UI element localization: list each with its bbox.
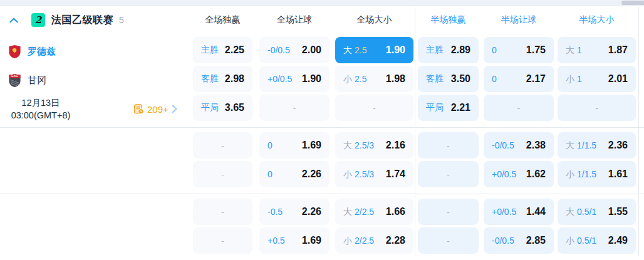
separator-line	[0, 127, 644, 128]
column-header-1: 全场独赢	[193, 14, 252, 26]
odds-cell[interactable]: 小2.5/31.74	[335, 161, 413, 187]
empty-dash: -	[293, 103, 296, 113]
odds-body: 罗德兹 EAG 甘冈 12月13日 03:00(GMT+8)	[0, 34, 644, 254]
empty-dash: -	[221, 207, 224, 217]
odds-cell[interactable]: 大2.5/32.16	[335, 132, 413, 159]
odds-value: 2.00	[302, 44, 321, 56]
odds-cell[interactable]: 小1/1.51.61	[558, 161, 636, 187]
more-markets-button[interactable]: 209+	[133, 95, 177, 123]
odds-value: 1.90	[386, 44, 405, 56]
odds-cell[interactable]: 主胜2.25	[193, 37, 252, 63]
odds-value: 2.98	[225, 73, 244, 85]
empty-dash: -	[595, 103, 598, 113]
top-strip	[0, 0, 644, 6]
selection-label: 0	[492, 74, 497, 84]
odds-cell[interactable]: 大1/1.52.36	[558, 132, 636, 159]
scrollbar-thumb[interactable]	[621, 1, 644, 5]
odds-cell[interactable]: 平局2.21	[418, 95, 479, 121]
odds-cell[interactable]: -0.52.26	[259, 199, 330, 225]
odds-cell-empty: -	[418, 132, 479, 159]
odds-cell[interactable]: 小2/2.52.28	[335, 227, 413, 254]
odds-value: 1.61	[608, 169, 628, 180]
ou-label: 小1	[566, 73, 582, 85]
odds-cell[interactable]: 01.69	[259, 132, 330, 159]
ou-label: 小2.5	[343, 73, 366, 85]
away-team-row[interactable]: EAG 甘冈	[0, 66, 188, 95]
odds-value: 1.55	[608, 206, 628, 217]
ou-label: 小2.5/3	[343, 169, 374, 180]
odds-value: 3.50	[451, 73, 470, 85]
odds-value: 1.87	[608, 44, 628, 56]
column-header-3: 全场大小	[335, 14, 413, 26]
markets-count-icon	[133, 104, 144, 115]
odds-cell[interactable]: 客胜3.50	[418, 66, 479, 92]
ou-label: 大1/1.5	[566, 140, 596, 152]
odds-value: 1.98	[386, 73, 405, 85]
league-header: 2 法国乙级联赛 5 全场独赢全场让球全场大小半场独赢半场让球半场大小	[0, 6, 644, 34]
selection-label: 0	[267, 169, 273, 179]
match-time: 03:00(GMT+8)	[0, 109, 81, 122]
column-header-6[interactable]: 半场大小	[558, 14, 636, 26]
selection-label: +0/0.5	[492, 169, 516, 179]
odds-value: 1.44	[526, 206, 546, 217]
odds-cell[interactable]: -0/0.52.00	[259, 37, 330, 63]
odds-cell[interactable]: 小2.51.98	[335, 66, 413, 92]
odds-cell-empty: -	[193, 132, 252, 159]
league-badge-icon: 2	[31, 13, 45, 27]
odds-cell[interactable]: +0/0.51.62	[484, 161, 554, 187]
selection-label: +0/0.5	[267, 74, 292, 84]
odds-cell[interactable]: 02.17	[484, 66, 554, 92]
home-team-row[interactable]: 罗德兹	[0, 37, 188, 66]
odds-cell[interactable]: 大11.87	[558, 37, 636, 63]
empty-dash: -	[447, 236, 449, 246]
odds-value: 2.25	[225, 44, 244, 56]
odds-value: 2.36	[608, 140, 628, 151]
ou-label: 小1/1.5	[566, 169, 596, 180]
odds-cell[interactable]: 小12.01	[558, 66, 636, 92]
odds-cell[interactable]: -0/0.52.38	[484, 132, 554, 159]
odds-cell[interactable]: 小0.5/12.49	[558, 227, 636, 254]
selection-label: 主胜	[426, 44, 444, 56]
odds-cell-empty: -	[484, 95, 554, 121]
odds-cell[interactable]: +0.51.69	[259, 227, 330, 254]
odds-cell[interactable]: +0/0.51.90	[259, 66, 330, 92]
odds-value: 1.75	[526, 44, 546, 56]
empty-dash: -	[221, 170, 224, 179]
column-header-5[interactable]: 半场让球	[484, 14, 554, 26]
odds-cell[interactable]: 客胜2.98	[193, 66, 252, 92]
collapse-chevron-up-icon[interactable]	[9, 18, 18, 23]
match-info: 罗德兹 EAG 甘冈 12月13日 03:00(GMT+8)	[0, 37, 188, 123]
odds-cell-empty: -	[193, 161, 252, 187]
selection-label: -0/0.5	[267, 45, 290, 55]
odds-value: 2.16	[386, 140, 405, 151]
odds-cell[interactable]: 大0.5/11.55	[558, 199, 636, 225]
group-separator	[0, 123, 644, 132]
odds-cell[interactable]: 大2.51.90	[335, 37, 413, 63]
empty-dash: -	[373, 103, 375, 113]
odds-cell[interactable]: 01.75	[484, 37, 554, 63]
markets-count: 209+	[147, 104, 169, 115]
odds-cell[interactable]: 主胜2.89	[418, 37, 479, 63]
empty-dash: -	[221, 141, 224, 150]
match-datetime: 12月13日 03:00(GMT+8)	[0, 96, 81, 122]
odds-cell[interactable]: 大2/2.51.66	[335, 199, 413, 225]
odds-cell[interactable]: 02.26	[259, 161, 330, 187]
odds-cell[interactable]: 平局3.65	[193, 95, 252, 121]
odds-cell-empty: -	[193, 227, 252, 254]
odds-cell[interactable]: +0/0.51.44	[484, 199, 554, 225]
selection-label: -0.5	[267, 207, 283, 217]
separator-line	[0, 194, 644, 194]
league-match-count: 5	[119, 15, 124, 25]
empty-dash: -	[447, 170, 449, 179]
odds-cell[interactable]: -0/0.52.85	[484, 227, 554, 254]
selection-label: 客胜	[426, 73, 444, 85]
selection-label: +0/0.5	[492, 207, 516, 217]
odds-value: 2.38	[526, 140, 546, 151]
column-header-4[interactable]: 半场独赢	[418, 14, 479, 26]
empty-dash: -	[447, 207, 449, 217]
odds-value: 2.21	[451, 102, 470, 113]
odds-value: 1.66	[386, 206, 405, 217]
odds-row: --0.52.26大2/2.51.66-+0/0.51.44大0.5/11.55	[0, 199, 644, 225]
selection-label: 平局	[426, 102, 444, 113]
selection-label: +0.5	[267, 236, 285, 246]
